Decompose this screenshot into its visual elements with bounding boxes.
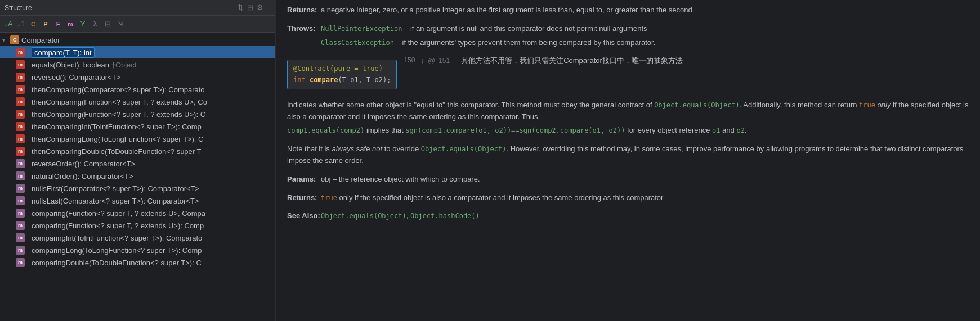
line-150: 150 <box>404 55 415 66</box>
tree-root-comparator[interactable]: ▾ C Comparator <box>0 34 275 46</box>
field-icon[interactable]: F <box>53 19 63 29</box>
sort-icon[interactable]: ⇅ <box>238 3 244 12</box>
method-icon: m <box>16 73 25 82</box>
method-icon: m <box>16 60 25 69</box>
classcast-exception: ClassCastException <box>321 39 394 47</box>
comp1-equals: comp1.equals(comp2) <box>287 126 364 134</box>
class-icon[interactable]: C <box>28 19 38 29</box>
returns2-label: Returns: <box>287 192 321 204</box>
tree-item-compare[interactable]: m compare(T, T): int <box>0 46 275 58</box>
nullpointer-exception: NullPointerException <box>321 25 402 33</box>
method-icon: m <box>16 134 25 143</box>
reversed-label: reversed(): Comparator<T> <box>32 73 120 82</box>
arrow-icon: ↓ <box>420 55 424 67</box>
code-method-line: int compare(T o1, T o2); <box>293 75 391 85</box>
classcast-text: – if the arguments' types prevent them f… <box>396 38 656 47</box>
object-equals: Object.equals(Object) <box>654 101 740 109</box>
params-text: obj – the reference object with which to… <box>321 174 480 186</box>
returns2-rest: only if the specified object is also a c… <box>339 193 665 202</box>
tree-item-thencomparing2[interactable]: m thenComparing(Function<? super T, ? ex… <box>0 96 275 108</box>
sort-num-icon[interactable]: ↓1 <box>16 19 26 29</box>
settings-icon[interactable]: ⚙ <box>257 3 263 12</box>
returns2-text: true only if the specified object is als… <box>321 192 665 204</box>
pin-icon[interactable]: ⊞ <box>102 19 113 29</box>
tree-item-nullslast[interactable]: m nullsLast(Comparator<? super T>): Comp… <box>0 195 275 207</box>
constructor-icon[interactable]: Y <box>78 19 88 29</box>
static-method-icon: m <box>16 233 25 242</box>
method-icon[interactable]: m <box>65 19 75 29</box>
object-equals3: Object.equals(Object) <box>321 212 406 220</box>
tree-item-thencomparing1[interactable]: m thenComparing(Comparator<? super T>): … <box>0 83 275 96</box>
tree-item-thencomparing3[interactable]: m thenComparing(Function<? super T, ? ex… <box>0 108 275 120</box>
root-label: Comparator <box>21 36 60 44</box>
tree-area[interactable]: ▾ C Comparator m compare(T, T): int m eq… <box>0 33 275 321</box>
thencomparing2-label: thenComparing(Function<? super T, ? exte… <box>32 98 207 106</box>
method-icon: m <box>16 85 25 94</box>
expand-arrow: ▾ <box>2 37 9 43</box>
params-text: (T o1, T o2); <box>338 76 391 84</box>
indicates-p2: comp1.equals(comp2) implies that sgn(com… <box>287 125 969 137</box>
line-151-area: 151 <box>438 55 452 67</box>
close-icon[interactable]: – <box>267 3 271 12</box>
compare-label: compare(T, T): int <box>32 47 95 58</box>
implies-text: implies that <box>364 126 405 134</box>
tree-item-thencomparinglong[interactable]: m thenComparingLong(ToLongFunction<? sup… <box>0 133 275 145</box>
expand-icon[interactable]: ⇲ <box>115 19 125 29</box>
static-method-icon: m <box>16 258 25 267</box>
tree-item-comparing2[interactable]: m comparing(Function<? super T, ? extend… <box>0 219 275 232</box>
always-text: always <box>332 144 354 153</box>
nullsfirst-label: nullsFirst(Comparator<? super T>): Compa… <box>32 184 199 193</box>
comparing2-label: comparing(Function<? super T, ? extends … <box>32 221 204 230</box>
group-icon[interactable]: ⊞ <box>247 3 253 12</box>
nullslast-label: nullsLast(Comparator<? super T>): Compar… <box>32 197 199 205</box>
period: . <box>745 126 747 134</box>
annotation-text: @Contract(pure = true) <box>293 65 383 73</box>
tree-item-nullsfirst[interactable]: m nullsFirst(Comparator<? super T>): Com… <box>0 182 275 195</box>
tree-item-reversed[interactable]: m reversed(): Comparator<T> <box>0 71 275 83</box>
throws-section: Throws: NullPointerException – if an arg… <box>287 23 969 49</box>
static-method-icon: m <box>16 159 25 168</box>
see-also-content: Object.equals(Object), Object.hashCode() <box>321 210 480 222</box>
tree-item-comparingint[interactable]: m comparingInt(ToIntFunction<? super T>)… <box>0 232 275 244</box>
static-method-icon: m <box>16 246 25 255</box>
true-kw: true <box>859 101 875 109</box>
toolbar: ↓A ↓1 C P F m Y λ ⊞ ⇲ <box>0 16 275 33</box>
nullpointer-text: – if an argument is null and this compar… <box>404 24 647 33</box>
thencomparinglong-label: thenComparingLong(ToLongFunction<? super… <box>32 135 203 143</box>
tree-item-comparing1[interactable]: m comparing(Function<? super T, ? extend… <box>0 207 275 219</box>
params-section: Params: obj – the reference object with … <box>287 174 969 186</box>
safe-text: safe <box>354 144 372 153</box>
method-icon: m <box>16 48 25 57</box>
see-also-label: See Also: <box>287 210 321 222</box>
tree-item-thencomparingdouble[interactable]: m thenComparingDouble(ToDoubleFunction<?… <box>0 145 275 157</box>
package-icon[interactable]: P <box>41 19 51 29</box>
tree-item-reverseorder[interactable]: m reverseOrder(): Comparator<T> <box>0 157 275 170</box>
tree-item-comparingdouble[interactable]: m comparingDouble(ToDoubleFunction<? sup… <box>0 256 275 269</box>
indicates-text2: . Additionally, this method can return <box>740 101 859 109</box>
static-method-icon: m <box>16 171 25 180</box>
method-icon: m <box>16 122 25 131</box>
returns-label: Returns: <box>287 4 321 16</box>
tree-item-equals[interactable]: m equals(Object): boolean †Object <box>0 58 275 71</box>
comma: , <box>406 211 409 220</box>
not-text: not <box>372 144 382 153</box>
reverseorder-label: reverseOrder(): Comparator<T> <box>32 160 135 168</box>
tree-item-comparinglong[interactable]: m comparingLong(ToLongFunction<? super T… <box>0 244 275 256</box>
object-hashcode: Object.hashCode() <box>410 212 480 220</box>
tree-item-thencomparingint[interactable]: m thenComparingInt(ToIntFunction<? super… <box>0 120 275 133</box>
sort-alpha-icon[interactable]: ↓A <box>3 19 14 29</box>
doc-panel: Returns: a negative integer, zero, or a … <box>276 0 980 321</box>
indicates-section: Indicates whether some other object is "… <box>287 100 969 137</box>
sgn-text: sgn(comp1.compare(o1, o2))==sgn(comp2.co… <box>405 126 625 134</box>
method-icon: m <box>16 110 25 119</box>
params-label: Params: <box>287 174 321 186</box>
chinese-comment: 其他方法不用管，我们只需关注Comparator接口中，唯一的抽象方法 <box>461 55 683 67</box>
header-icons: ⇅ ⊞ ⚙ – <box>238 3 271 12</box>
compare-method: compare <box>310 76 338 84</box>
tree-item-naturalorder[interactable]: m naturalOrder(): Comparator<T> <box>0 170 275 182</box>
thencomparingdouble-label: thenComparingDouble(ToDoubleFunction<? s… <box>32 147 201 156</box>
for-text: for every object reference <box>625 126 712 134</box>
returns2-section: Returns: true only if the specified obje… <box>287 192 969 204</box>
panel-title: Structure <box>5 4 32 12</box>
lambda-icon[interactable]: λ <box>90 19 100 29</box>
